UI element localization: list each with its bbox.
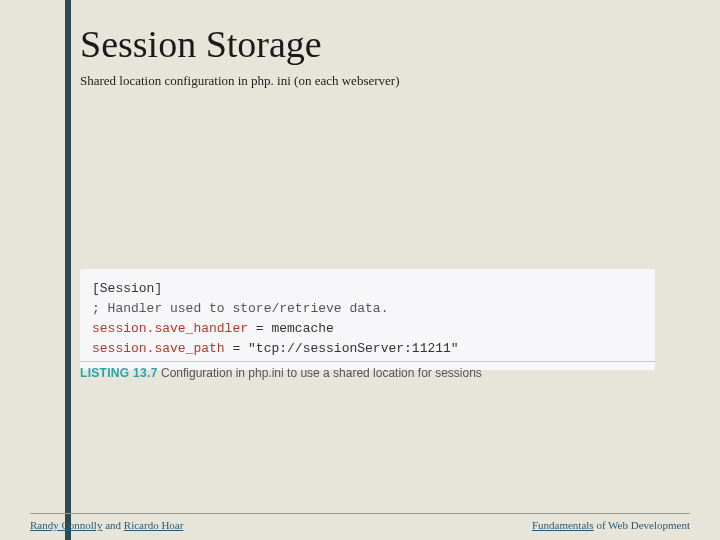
footer-book-rest: of Web Development: [594, 519, 690, 531]
footer-divider: [30, 513, 690, 514]
code-line-2: session.save_path = "tcp://sessionServer…: [92, 339, 643, 359]
code-key-1: session.save_handler: [92, 321, 248, 336]
footer-book-word: Fundamentals: [532, 519, 594, 531]
code-listing: [Session] ; Handler used to store/retrie…: [80, 269, 655, 370]
footer-authors: Randy Connolly and Ricardo Hoar: [30, 519, 183, 531]
footer-and: and: [102, 519, 123, 531]
listing-caption: Configuration in php.ini to use a shared…: [158, 366, 482, 380]
page-title: Session Storage: [80, 22, 322, 66]
page-subtitle: Shared location configuration in php. in…: [80, 73, 399, 89]
accent-bar: [65, 0, 71, 540]
code-line-1: session.save_handler = memcache: [92, 319, 643, 339]
slide: Session Storage Shared location configur…: [0, 0, 720, 540]
code-key-2: session.save_path: [92, 341, 225, 356]
listing-caption-row: LISTING 13.7 Configuration in php.ini to…: [80, 361, 655, 380]
code-rest-1: = memcache: [248, 321, 334, 336]
footer-author-2: Ricardo Hoar: [124, 519, 184, 531]
listing-label: LISTING 13.7: [80, 366, 158, 380]
code-comment: ; Handler used to store/retrieve data.: [92, 299, 643, 319]
footer-author-1: Randy Connolly: [30, 519, 102, 531]
footer-book-title: Fundamentals of Web Development: [532, 519, 690, 531]
code-rest-2: = "tcp://sessionServer:11211": [225, 341, 459, 356]
code-section-header: [Session]: [92, 279, 643, 299]
